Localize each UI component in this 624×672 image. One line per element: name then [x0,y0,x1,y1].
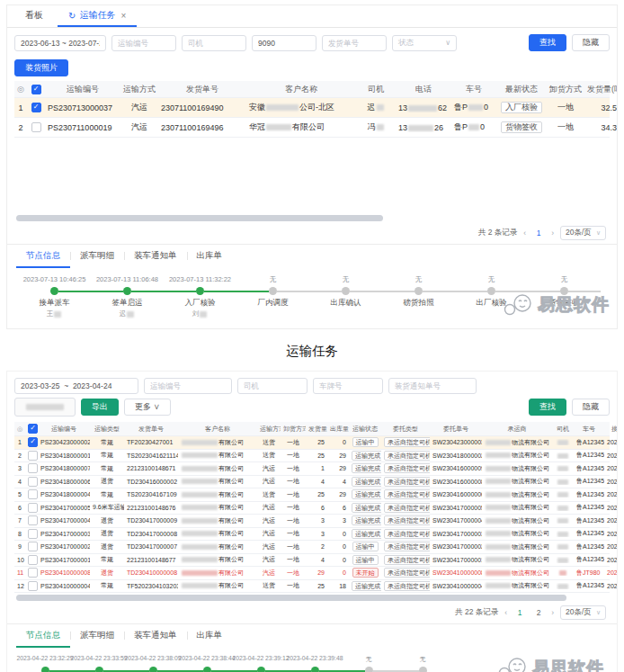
detail-tab-1[interactable]: 派车明细 [70,624,124,648]
table-row[interactable]: 4PS230418000006退货TD230416000002有限公司汽运一地4… [14,476,610,489]
status-badge: 运输完成 [352,463,381,473]
table-cell [27,103,45,112]
timeline-node: 无厂内调度 [236,275,309,318]
table-cell [25,503,38,513]
table-cell: 29 [327,465,349,471]
row-checkbox[interactable] [28,529,38,539]
table-cell: 有限公司 [178,569,257,578]
driver-input[interactable] [182,35,246,51]
row-checkbox[interactable] [31,103,41,112]
node-time: 无 [420,655,426,665]
page-size-select[interactable]: 20条/页∨ [560,605,606,620]
tab-transport-task[interactable]: ↻ 运输任务 × [58,4,137,27]
table-cell: 有限公司 [178,503,257,512]
plate-input[interactable] [313,378,383,394]
column-header: 委托单号 [430,425,482,434]
column-header: 承运商 [482,425,552,434]
scrollbar-thumb[interactable] [16,595,566,601]
table-cell: 承运商指定司机 [381,503,430,513]
table-cell: 运输完成 [349,477,381,487]
detail-tab-3[interactable]: 出库单 [187,624,233,648]
table-row[interactable]: 2PS230711000019汽运23071100169496华冠有限公司冯13… [14,118,610,138]
row-checkbox[interactable] [28,477,38,487]
ship-no-input[interactable] [322,35,387,51]
driver-input[interactable] [237,378,308,394]
column-header[interactable] [25,424,38,434]
row-checkbox[interactable] [31,85,41,94]
page-number[interactable]: 2 [532,608,545,617]
table-row[interactable]: 1PS230423000002常规TF20230427001有限公司送货一地25… [14,436,610,450]
detail-tab-1[interactable]: 派车明细 [70,245,124,268]
search-button[interactable]: 查找 [529,399,566,416]
node-label: 货物签收 [549,298,580,309]
table-row[interactable]: 12PS230410000004常规TF5202304103203有限公司送货一… [14,580,610,594]
table-row[interactable]: 1PS230713000037汽运23071100169490安徽公司-北区迟1… [14,98,610,118]
table-cell: 一地 [281,529,306,538]
table-row[interactable]: 10PS230417000001常规22123100148677有限公司汽运一地… [14,554,610,568]
prev-page-button[interactable]: ‹ [504,608,507,617]
row-checkbox[interactable] [28,437,38,447]
status-select[interactable]: 状态 ∨ [392,35,457,51]
table-cell: 一地 [281,490,306,499]
column-header[interactable] [27,84,45,94]
page-number[interactable]: 1 [513,608,526,617]
table-row[interactable]: 7PS230417000004退货TD230417000009有限公司汽运一地3… [14,515,610,528]
tab-kanban[interactable]: 看板 [14,4,54,27]
detail-tab-0[interactable]: 节点信息 [16,245,70,268]
scrollbar-thumb[interactable] [16,215,383,221]
row-checkbox[interactable] [28,424,38,434]
close-tab-icon[interactable]: × [120,11,126,21]
transport-no-input[interactable] [111,35,176,51]
table-cell: 0 [327,439,349,445]
hide-button[interactable]: 隐藏 [572,34,610,51]
row-checkbox[interactable] [28,542,38,551]
table-row[interactable]: 3PS230418000007常规22123100148671有限公司汽运一地1… [14,462,610,476]
page-number[interactable]: 1 [532,228,545,237]
row-checkbox[interactable] [28,515,38,525]
row-checkbox[interactable] [31,122,41,132]
app-tab-bar: 看板 ↻ 运输任务 × [7,5,617,28]
date-range-input[interactable] [14,35,106,51]
table-cell: 12 [14,583,25,589]
table-cell: 鲁JT980 [574,569,604,578]
load-notice-input[interactable] [388,378,477,394]
page-size-select[interactable]: 20条/页∨ [560,226,606,240]
prev-page-button[interactable]: ‹ [523,228,526,237]
table-row[interactable]: 8PS230417000003退货TD230417000008有限公司汽运一地3… [14,528,610,542]
detail-tab-0[interactable]: 节点信息 [16,624,70,648]
detail-tab-2[interactable]: 装车通知单 [124,624,187,648]
table-row[interactable]: 9PS230417000002退货TD230417000007有限公司汽运一地2… [14,541,610,554]
node-timeline: 2023-07-13 10:46:25接单派车王2023-07-13 11:06… [7,268,617,328]
table-row[interactable]: 6PS2304170000059.6米车运输22123100148676有限公司… [14,502,610,515]
refresh-icon[interactable]: ↻ [68,11,76,21]
row-checkbox[interactable] [28,451,38,461]
table-cell: 冯 [356,121,396,133]
table-row[interactable]: 2PS230418000001常规TS2023041621114有限公司送货一地… [14,450,610,463]
row-checkbox[interactable] [28,489,38,499]
node-dot [487,287,495,295]
more-button[interactable]: 更多 ∨ [124,399,171,416]
table-cell: 退货 [90,516,124,525]
row-checkbox[interactable] [28,581,38,591]
timeline-node: 2023-07-13 11:06:48签单启运迟 [91,275,164,318]
search-button[interactable]: 查找 [529,34,566,51]
detail-tab-2[interactable]: 装车通知单 [124,245,187,268]
table-cell [552,491,574,497]
load-photo-button[interactable]: 装货照片 [14,59,68,76]
export-button[interactable]: 导出 [81,399,119,416]
table-row[interactable]: 5PS230418000004常规TS202304167109有限公司送货一地2… [14,488,610,502]
detail-tab-3[interactable]: 出库单 [187,245,233,268]
next-page-button[interactable]: › [551,228,554,237]
row-checkbox[interactable] [28,503,38,513]
table-cell: 6 [327,505,349,511]
transport-no-input[interactable] [144,378,232,394]
table-row[interactable]: 11PS230410000008退货TD230410000008有限公司汽运一地… [14,567,610,580]
row-checkbox[interactable] [28,555,38,565]
table-cell: PS230417000002 [38,543,90,550]
hide-button[interactable]: 隐藏 [572,399,610,416]
field4-input[interactable] [252,35,316,51]
next-page-button[interactable]: › [551,608,554,617]
row-checkbox[interactable] [28,463,38,473]
date-range-input[interactable] [14,378,138,394]
row-checkbox[interactable] [28,568,38,578]
